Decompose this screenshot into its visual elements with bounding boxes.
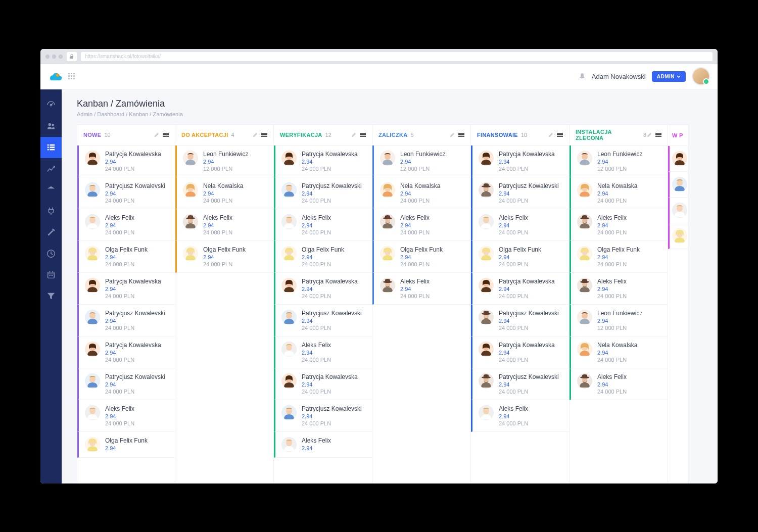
edit-icon[interactable] [154, 132, 160, 138]
kanban-card[interactable]: Olga Felix Funk 2.94 24 000 PLN [570, 241, 668, 273]
kanban-card[interactable]: Aleks Felix 2.94 24 000 PLN [274, 209, 372, 241]
svg-rect-8 [48, 149, 49, 150]
kanban-card[interactable]: Aleks Felix 2.94 24 000 PLN [175, 209, 273, 241]
card-metric: 2.94 [499, 286, 563, 292]
kanban-card[interactable]: Patrycja Kowalevska 2.94 24 000 PLN [471, 273, 569, 305]
sidebar-item-clock[interactable] [40, 243, 62, 264]
kanban-card[interactable]: Patrycjusz Kowalevski 2.94 24 000 PLN [471, 177, 569, 209]
kanban-card[interactable]: Patrycjusz Kowalevski 2.94 24 000 PLN [471, 368, 569, 400]
kanban-card[interactable]: Leon Funkiewicz 2.94 12 000 PLN [570, 305, 668, 336]
kanban-card[interactable]: Aleks Felix 2.94 24 000 PLN [372, 273, 470, 305]
kanban-card[interactable]: Aleks Felix 2.94 [274, 432, 372, 458]
breadcrumb-item[interactable]: Admin [77, 111, 92, 117]
kanban-card[interactable]: Olga Felix Funk 2.94 24 000 PLN [274, 241, 372, 273]
kanban-card[interactable]: Nela Kowalska 2.94 24 000 PLN [372, 177, 470, 209]
kanban-card[interactable]: Patrycjusz Kowalevski 2.94 24 000 PLN [274, 177, 372, 209]
edit-icon[interactable] [548, 132, 554, 138]
kanban-card[interactable]: Patrycja Kowalevska 2.94 24 000 PLN [77, 146, 175, 177]
kanban-card[interactable]: Olga Felix Funk 2.94 24 000 PLN [471, 241, 569, 273]
breadcrumb-item[interactable]: Kanban / Zamówienia [129, 111, 182, 117]
card-metric: 2.94 [302, 254, 366, 260]
kanban-card[interactable]: Patrycjusz Kowalevski 2.94 24 000 PLN [471, 305, 569, 336]
sidebar-item-bank[interactable] [40, 179, 62, 201]
kanban-card[interactable]: Patrycja Kowalevska 2.94 24 000 PLN [77, 273, 175, 305]
kanban-card[interactable]: Olga Felix Funk 2.94 [77, 432, 175, 458]
kanban-card[interactable]: Aleks Felix 2.94 24 000 PLN [570, 209, 668, 241]
edit-icon[interactable] [449, 132, 455, 138]
menu-icon[interactable] [655, 132, 661, 138]
url-input[interactable] [81, 52, 713, 61]
kanban-card[interactable]: Aleks Felix 2.94 24 000 PLN [471, 400, 569, 432]
kanban-card[interactable]: Leon Funkiewicz 2.94 12 000 PLN [570, 146, 668, 177]
breadcrumb-item[interactable]: Dashboard [97, 111, 124, 117]
kanban-card[interactable]: Patrycja Kowalevska 2.94 24 000 PLN [77, 336, 175, 368]
sidebar-item-wrench[interactable] [40, 222, 62, 243]
sidebar-item-users[interactable] [40, 116, 62, 137]
user-name: Adam Novakowski [592, 73, 646, 80]
edit-icon[interactable] [351, 132, 357, 138]
menu-icon[interactable] [261, 132, 267, 138]
card-avatar [577, 151, 592, 166]
sidebar-item-list[interactable] [40, 137, 62, 158]
card-avatar [672, 151, 687, 166]
menu-icon[interactable] [360, 132, 366, 138]
kanban-card[interactable]: Patrycja Kowalevska 2.94 24 000 PLN [471, 336, 569, 368]
sidebar-item-filter[interactable] [40, 285, 62, 307]
app-logo[interactable] [48, 71, 62, 81]
card-amount: 24 000 PLN [105, 325, 169, 331]
kanban-card[interactable]: Patrycjusz Kowalevski 2.94 24 000 PLN [77, 177, 175, 209]
kanban-card[interactable]: Olga Felix Funk 2.94 24 000 PLN [77, 241, 175, 273]
edit-icon[interactable] [252, 132, 258, 138]
kanban-card[interactable]: Patrycjusz Kowalevski 2.94 24 000 PLN [274, 305, 372, 336]
kanban-card[interactable]: Aleks Felix 2.94 24 000 PLN [570, 273, 668, 305]
apps-grid-icon[interactable] [68, 73, 75, 80]
sidebar-item-calendar[interactable] [40, 264, 62, 285]
card-avatar [281, 278, 297, 293]
card-avatar [577, 182, 592, 198]
kanban-card[interactable]: Patrycja Kowalevska 2.94 24 000 PLN [274, 368, 372, 400]
kanban-card[interactable]: Patrycja Kowalevska 2.94 24 000 PLN [274, 146, 372, 177]
kanban-card[interactable]: Leon Funkiewicz 2.94 12 000 PLN [175, 146, 273, 177]
kanban-card[interactable]: Patrycja Kowalevska 2.94 24 000 PLN [274, 273, 372, 305]
kanban-card[interactable]: Patrycjusz Kowalevski 2.94 24 000 PLN [77, 368, 175, 400]
kanban-card[interactable]: Aleks Felix 2.94 24 000 PLN [570, 368, 668, 400]
kanban-card[interactable]: Aleks Felix 2.94 24 000 PLN [274, 336, 372, 368]
bell-icon[interactable] [579, 73, 586, 80]
kanban-card[interactable]: Olga Felix Funk 2.94 24 000 PLN [175, 241, 273, 273]
card-avatar [85, 437, 100, 452]
kanban-card[interactable]: Aleks Felix 2.94 24 000 PLN [77, 209, 175, 241]
chart-icon [46, 164, 56, 173]
menu-icon[interactable] [458, 132, 464, 138]
card-avatar [479, 373, 494, 389]
kanban-card[interactable]: Aleks Felix 2.94 24 000 PLN [77, 400, 175, 432]
kanban-card[interactable]: Aleks Felix 2.94 24 000 PLN [372, 209, 470, 241]
card-name: Patrycjusz Kowalevski [302, 182, 366, 189]
column-count: 12 [325, 132, 331, 138]
plug-icon [46, 207, 56, 216]
sidebar-item-plug[interactable] [40, 201, 62, 222]
kanban-card[interactable]: Olga Felix Funk 2.94 24 000 PLN [372, 241, 470, 273]
sidebar-item-dashboard[interactable] [40, 94, 62, 116]
kanban-card[interactable]: Nela Kowalska 2.94 24 000 PLN [175, 177, 273, 209]
edit-icon[interactable] [646, 132, 652, 138]
card-avatar [577, 310, 592, 325]
kanban-card[interactable]: Patrycja Kowalevska 2.94 24 000 PLN [471, 146, 569, 177]
menu-icon[interactable] [557, 132, 563, 138]
card-metric: 2.94 [302, 286, 366, 292]
kanban-card[interactable]: Nela Kowalska 2.94 24 000 PLN [570, 336, 668, 368]
kanban-card[interactable]: Aleks Felix 2.94 24 000 PLN [471, 209, 569, 241]
menu-icon[interactable] [163, 132, 169, 138]
kanban-card[interactable]: Nela Kowalska 2.94 24 000 PLN [570, 177, 668, 209]
kanban-card[interactable]: Patrycjusz Kowalevski 2.94 24 000 PLN [77, 305, 175, 336]
kanban-card[interactable] [668, 223, 688, 249]
kanban-card[interactable] [668, 172, 688, 198]
admin-role-button[interactable]: ADMIN [652, 71, 686, 82]
kanban-card[interactable] [668, 146, 688, 172]
card-metric: 2.94 [302, 350, 366, 356]
kanban-card[interactable]: Leon Funkiewicz 2.94 12 000 PLN [372, 146, 470, 177]
kanban-card[interactable]: Patrycjusz Kowalevski 2.94 24 000 PLN [274, 400, 372, 432]
sidebar-item-chart[interactable] [40, 158, 62, 179]
card-avatar [85, 310, 100, 325]
kanban-card[interactable] [668, 198, 688, 223]
user-avatar[interactable] [692, 67, 710, 85]
